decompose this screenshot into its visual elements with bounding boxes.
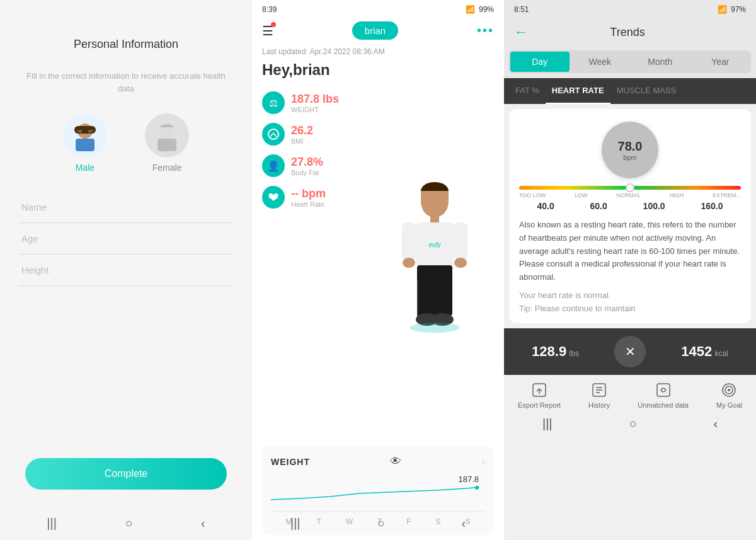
goal-icon — [720, 381, 738, 399]
svg-point-9 — [268, 129, 278, 139]
svg-rect-1 — [74, 126, 96, 134]
svg-text:eufy: eufy — [429, 241, 442, 248]
tab-month[interactable]: Month — [631, 52, 690, 72]
greeting: Hey,brian — [252, 59, 504, 81]
export-icon — [530, 381, 548, 399]
weight-chart: 187.8 — [271, 474, 485, 512]
label-high: HIGH — [670, 192, 684, 198]
tab-heartrate[interactable]: HEART RATE — [546, 78, 610, 104]
more-options-button[interactable]: ••• — [477, 23, 494, 38]
heartrate-label: Heart Rate — [291, 200, 326, 208]
battery3: 97% — [731, 5, 746, 14]
nav-my-goal[interactable]: My Goal — [716, 381, 742, 409]
close-button[interactable]: ✕ — [614, 336, 646, 367]
back-button[interactable]: ← — [514, 24, 528, 40]
svg-rect-31 — [657, 384, 670, 396]
name-field[interactable]: Name — [19, 192, 233, 223]
chart-base-line — [271, 511, 485, 512]
nav-home2[interactable]: ○ — [377, 516, 384, 531]
normal-status: Your heart rate is normal. — [519, 290, 741, 300]
notification-dot — [271, 22, 276, 27]
menu-button[interactable]: ☰ — [262, 23, 273, 38]
tab-musclemass[interactable]: MUSCLE MASS — [610, 78, 683, 104]
heart-rate-description: Also known as a resting heart rate, this… — [519, 219, 741, 284]
female-avatar — [145, 113, 189, 158]
age-field[interactable]: Age — [19, 223, 233, 255]
weight-icon: ⚖ — [262, 91, 285, 114]
bodyfat-icon: 👤 — [262, 154, 285, 177]
chart-container: 78.0 bpm TOO LOW LOW NORMAL HIGH EXTREM.… — [509, 109, 751, 323]
dashboard-header: ☰ brian ••• — [252, 19, 504, 45]
nav-back3[interactable]: ||| — [542, 416, 553, 431]
nav-recents2[interactable]: ‹ — [461, 516, 466, 531]
bodyfat-stat[interactable]: 👤 27.8% Body Fat — [262, 154, 355, 177]
svg-point-18 — [454, 258, 467, 268]
range-val-4: 160.0 — [701, 201, 723, 211]
svg-rect-13 — [430, 216, 439, 222]
female-label: Female — [152, 163, 182, 173]
form-fields: Name Age Height — [19, 192, 233, 286]
heartrate-stat[interactable]: -- bpm Heart Rate — [262, 186, 355, 209]
weight-stat[interactable]: ⚖ 187.8 lbs WEIGHT — [262, 91, 355, 114]
bmi-stat[interactable]: 26.2 BMI — [262, 123, 355, 146]
bodyfat-label: Body Fat — [291, 169, 323, 176]
tab-year[interactable]: Year — [691, 52, 750, 72]
nav-history[interactable]: History — [588, 381, 610, 409]
chevron-right-icon[interactable]: › — [482, 456, 485, 468]
svg-rect-12 — [421, 191, 449, 200]
tab-day[interactable]: Day — [510, 52, 570, 72]
nav-recents[interactable]: ‹ — [201, 516, 205, 531]
weight-label: WEIGHT — [291, 106, 339, 113]
gender-selector: Male Female — [63, 113, 189, 173]
heartrate-icon — [262, 186, 285, 209]
nav-bar: ||| ○ ‹ — [0, 516, 252, 531]
personal-info-panel: Personal Information Fill in the correct… — [0, 0, 252, 540]
stats-column: ⚖ 187.8 lbs WEIGHT 26.2 BMI 👤 — [252, 86, 365, 436]
svg-rect-8 — [158, 139, 176, 151]
kcal-bottom-stat: 1452 kcal — [681, 343, 728, 360]
bpm-circle: 78.0 bpm — [602, 122, 658, 178]
heartrate-value: -- bpm — [291, 187, 326, 200]
unmatched-label: Unmatched data — [638, 401, 689, 409]
label-low: LOW — [575, 192, 588, 198]
nav-back[interactable]: ||| — [47, 516, 57, 531]
svg-rect-20 — [417, 265, 452, 316]
range-values: 40.0 60.0 100.0 160.0 — [519, 201, 741, 211]
nav-back2[interactable]: ||| — [290, 516, 301, 531]
svg-point-24 — [410, 323, 460, 333]
range-val-3: 100.0 — [643, 201, 665, 211]
gender-male[interactable]: Male — [63, 113, 107, 173]
bpm-unit: bpm — [623, 154, 636, 161]
bodyfat-value: 27.8% — [291, 156, 323, 169]
bottom-nav: Export Report History Unmatched data — [504, 375, 756, 411]
bottom-weight-value: 128.9 — [532, 343, 566, 359]
tip-text: Tip: Please continue to maintain — [519, 304, 741, 313]
male-avatar — [63, 113, 107, 158]
nav-unmatched[interactable]: Unmatched data — [638, 381, 689, 409]
main-content: ⚖ 187.8 lbs WEIGHT 26.2 BMI 👤 — [252, 81, 504, 441]
panel1-title: Personal Information — [74, 38, 178, 51]
range-labels: TOO LOW LOW NORMAL HIGH EXTREM... — [519, 192, 741, 198]
bpm-value: 78.0 — [618, 139, 643, 154]
weight-value: 187.8 lbs — [291, 93, 339, 106]
metric-tabs: FAT % HEART RATE MUSCLE MASS — [504, 78, 756, 104]
gender-female[interactable]: Female — [145, 113, 189, 173]
bottom-kcal-value: 1452 — [681, 343, 712, 359]
tab-fat[interactable]: FAT % — [509, 78, 546, 104]
nav-home[interactable]: ○ — [125, 516, 132, 531]
range-indicator — [626, 183, 634, 192]
visibility-icon[interactable]: 👁 — [390, 455, 401, 468]
complete-button[interactable]: Complete — [25, 458, 227, 490]
bottom-kcal-unit: kcal — [715, 349, 728, 358]
weight-bottom-stat: 128.9 lbs — [532, 343, 579, 360]
tab-week[interactable]: Week — [571, 52, 630, 72]
history-icon — [590, 381, 608, 399]
nav-home3[interactable]: ○ — [629, 416, 636, 431]
nav-export-report[interactable]: Export Report — [518, 381, 561, 409]
height-field[interactable]: Height — [19, 255, 233, 286]
period-tabs-wrapper: Day Week Month Year — [504, 48, 756, 78]
period-tabs: Day Week Month Year — [509, 50, 751, 73]
label-normal: NORMAL — [616, 192, 641, 198]
trends-panel: 8:51 📶 97% ← Trends Day Week Month Year … — [504, 0, 756, 540]
nav-recents3[interactable]: ‹ — [713, 416, 718, 431]
